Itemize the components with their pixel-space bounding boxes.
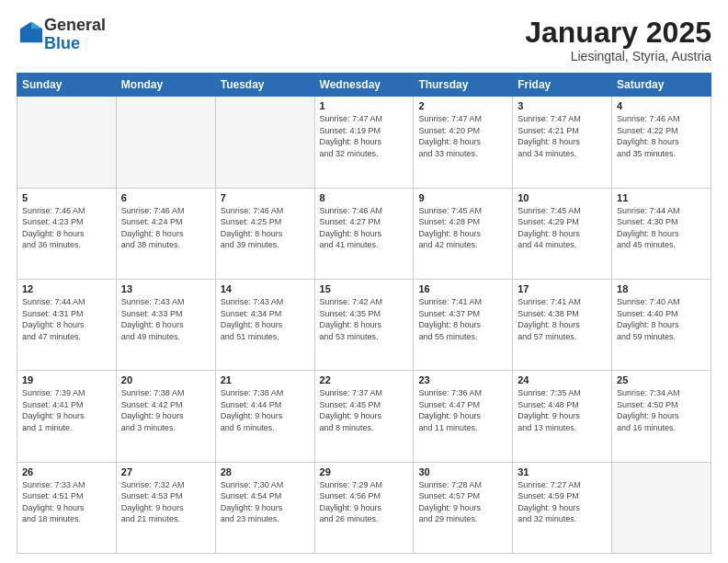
day-number: 23: [418, 374, 507, 385]
table-row: 21Sunrise: 7:38 AM Sunset: 4:44 PM Dayli…: [215, 371, 314, 462]
table-row: 6Sunrise: 7:46 AM Sunset: 4:24 PM Daylig…: [116, 188, 215, 279]
subtitle: Liesingtal, Styria, Austria: [525, 49, 711, 63]
day-info: Sunrise: 7:46 AM Sunset: 4:22 PM Dayligh…: [617, 113, 706, 159]
table-row: 5Sunrise: 7:46 AM Sunset: 4:23 PM Daylig…: [17, 188, 117, 279]
day-info: Sunrise: 7:32 AM Sunset: 4:53 PM Dayligh…: [121, 479, 210, 525]
title-area: January 2025 Liesingtal, Styria, Austria: [525, 17, 711, 63]
table-row: 25Sunrise: 7:34 AM Sunset: 4:50 PM Dayli…: [612, 371, 711, 462]
day-info: Sunrise: 7:47 AM Sunset: 4:21 PM Dayligh…: [518, 113, 607, 159]
col-friday: Friday: [513, 74, 612, 97]
table-row: 18Sunrise: 7:40 AM Sunset: 4:40 PM Dayli…: [612, 279, 711, 370]
table-row: 23Sunrise: 7:36 AM Sunset: 4:47 PM Dayli…: [414, 371, 513, 462]
day-info: Sunrise: 7:36 AM Sunset: 4:47 PM Dayligh…: [418, 387, 507, 433]
day-number: 10: [518, 192, 607, 203]
col-monday: Monday: [116, 74, 215, 97]
day-info: Sunrise: 7:35 AM Sunset: 4:48 PM Dayligh…: [518, 387, 607, 433]
day-number: 22: [320, 374, 409, 385]
calendar-week-row: 1Sunrise: 7:47 AM Sunset: 4:19 PM Daylig…: [17, 97, 711, 188]
day-info: Sunrise: 7:44 AM Sunset: 4:31 PM Dayligh…: [22, 296, 111, 342]
table-row: 8Sunrise: 7:46 AM Sunset: 4:27 PM Daylig…: [314, 188, 414, 279]
table-row: 17Sunrise: 7:41 AM Sunset: 4:38 PM Dayli…: [513, 279, 612, 370]
day-info: Sunrise: 7:33 AM Sunset: 4:51 PM Dayligh…: [22, 479, 111, 525]
table-row: 10Sunrise: 7:45 AM Sunset: 4:29 PM Dayli…: [513, 188, 612, 279]
table-row: 14Sunrise: 7:43 AM Sunset: 4:34 PM Dayli…: [215, 279, 314, 370]
day-number: 12: [22, 283, 111, 294]
day-info: Sunrise: 7:47 AM Sunset: 4:20 PM Dayligh…: [418, 113, 507, 159]
table-row: 13Sunrise: 7:43 AM Sunset: 4:33 PM Dayli…: [116, 279, 215, 370]
day-number: 4: [617, 100, 706, 111]
table-row: 11Sunrise: 7:44 AM Sunset: 4:30 PM Dayli…: [612, 188, 711, 279]
calendar-week-row: 5Sunrise: 7:46 AM Sunset: 4:23 PM Daylig…: [17, 188, 711, 279]
table-row: 7Sunrise: 7:46 AM Sunset: 4:25 PM Daylig…: [215, 188, 314, 279]
logo-icon: [18, 20, 44, 46]
day-number: 27: [121, 466, 210, 477]
table-row: 24Sunrise: 7:35 AM Sunset: 4:48 PM Dayli…: [513, 371, 612, 462]
day-info: Sunrise: 7:30 AM Sunset: 4:54 PM Dayligh…: [221, 479, 310, 525]
day-number: 7: [221, 192, 310, 203]
table-row: 26Sunrise: 7:33 AM Sunset: 4:51 PM Dayli…: [17, 462, 117, 553]
day-info: Sunrise: 7:41 AM Sunset: 4:38 PM Dayligh…: [518, 296, 607, 342]
day-info: Sunrise: 7:34 AM Sunset: 4:50 PM Dayligh…: [617, 387, 706, 433]
table-row: [612, 462, 711, 553]
day-info: Sunrise: 7:46 AM Sunset: 4:23 PM Dayligh…: [22, 205, 111, 251]
day-number: 2: [418, 100, 507, 111]
calendar-week-row: 26Sunrise: 7:33 AM Sunset: 4:51 PM Dayli…: [17, 462, 711, 553]
day-info: Sunrise: 7:46 AM Sunset: 4:25 PM Dayligh…: [221, 205, 310, 251]
logo-general-text: General: [44, 16, 106, 34]
day-number: 21: [221, 374, 310, 385]
table-row: 30Sunrise: 7:28 AM Sunset: 4:57 PM Dayli…: [414, 462, 513, 553]
day-info: Sunrise: 7:47 AM Sunset: 4:19 PM Dayligh…: [320, 113, 409, 159]
month-title: January 2025: [525, 17, 711, 49]
col-saturday: Saturday: [612, 74, 711, 97]
table-row: 16Sunrise: 7:41 AM Sunset: 4:37 PM Dayli…: [414, 279, 513, 370]
table-row: 4Sunrise: 7:46 AM Sunset: 4:22 PM Daylig…: [612, 97, 711, 188]
day-number: 9: [418, 192, 507, 203]
svg-marker-1: [31, 22, 42, 29]
day-number: 11: [617, 192, 706, 203]
day-number: 19: [22, 374, 111, 385]
table-row: [116, 97, 215, 188]
col-tuesday: Tuesday: [215, 74, 314, 97]
day-info: Sunrise: 7:39 AM Sunset: 4:41 PM Dayligh…: [22, 387, 111, 433]
day-info: Sunrise: 7:29 AM Sunset: 4:56 PM Dayligh…: [320, 479, 409, 525]
logo-blue-text: Blue: [44, 34, 80, 52]
day-info: Sunrise: 7:38 AM Sunset: 4:42 PM Dayligh…: [121, 387, 210, 433]
day-number: 24: [518, 374, 607, 385]
table-row: 27Sunrise: 7:32 AM Sunset: 4:53 PM Dayli…: [116, 462, 215, 553]
table-row: 28Sunrise: 7:30 AM Sunset: 4:54 PM Dayli…: [215, 462, 314, 553]
day-number: 3: [518, 100, 607, 111]
table-row: 2Sunrise: 7:47 AM Sunset: 4:20 PM Daylig…: [414, 97, 513, 188]
day-number: 29: [320, 466, 409, 477]
calendar-week-row: 12Sunrise: 7:44 AM Sunset: 4:31 PM Dayli…: [17, 279, 711, 370]
table-row: 3Sunrise: 7:47 AM Sunset: 4:21 PM Daylig…: [513, 97, 612, 188]
col-thursday: Thursday: [414, 74, 513, 97]
day-info: Sunrise: 7:44 AM Sunset: 4:30 PM Dayligh…: [617, 205, 706, 251]
day-info: Sunrise: 7:43 AM Sunset: 4:33 PM Dayligh…: [121, 296, 210, 342]
table-row: 31Sunrise: 7:27 AM Sunset: 4:59 PM Dayli…: [513, 462, 612, 553]
table-row: 22Sunrise: 7:37 AM Sunset: 4:45 PM Dayli…: [314, 371, 414, 462]
day-number: 26: [22, 466, 111, 477]
day-number: 30: [418, 466, 507, 477]
logo: General Blue: [17, 17, 106, 53]
day-number: 17: [518, 283, 607, 294]
day-number: 15: [320, 283, 409, 294]
day-number: 16: [418, 283, 507, 294]
day-info: Sunrise: 7:43 AM Sunset: 4:34 PM Dayligh…: [221, 296, 310, 342]
day-number: 31: [518, 466, 607, 477]
page: General Blue January 2025 Liesingtal, St…: [0, 0, 728, 563]
day-number: 18: [617, 283, 706, 294]
day-info: Sunrise: 7:45 AM Sunset: 4:28 PM Dayligh…: [418, 205, 507, 251]
table-row: 1Sunrise: 7:47 AM Sunset: 4:19 PM Daylig…: [314, 97, 414, 188]
day-number: 1: [320, 100, 409, 111]
table-row: [17, 97, 117, 188]
day-info: Sunrise: 7:45 AM Sunset: 4:29 PM Dayligh…: [518, 205, 607, 251]
calendar-week-row: 19Sunrise: 7:39 AM Sunset: 4:41 PM Dayli…: [17, 371, 711, 462]
table-row: 9Sunrise: 7:45 AM Sunset: 4:28 PM Daylig…: [414, 188, 513, 279]
day-info: Sunrise: 7:40 AM Sunset: 4:40 PM Dayligh…: [617, 296, 706, 342]
day-number: 5: [22, 192, 111, 203]
day-info: Sunrise: 7:27 AM Sunset: 4:59 PM Dayligh…: [518, 479, 607, 525]
day-info: Sunrise: 7:41 AM Sunset: 4:37 PM Dayligh…: [418, 296, 507, 342]
day-number: 6: [121, 192, 210, 203]
table-row: 12Sunrise: 7:44 AM Sunset: 4:31 PM Dayli…: [17, 279, 117, 370]
day-number: 25: [617, 374, 706, 385]
